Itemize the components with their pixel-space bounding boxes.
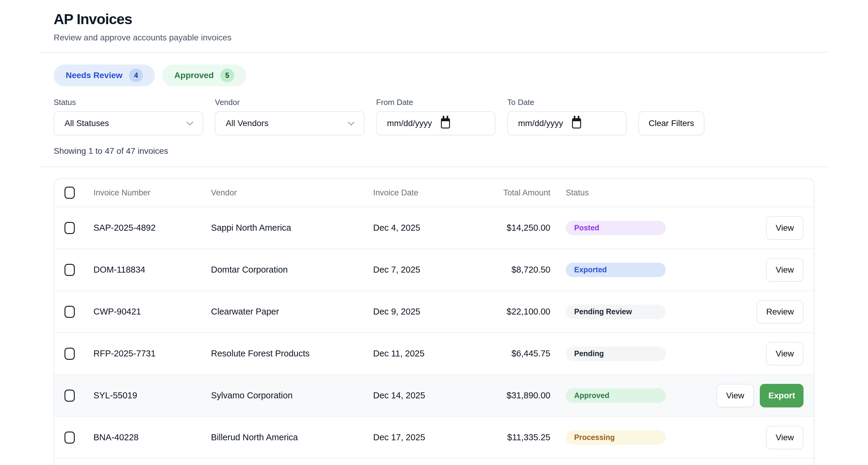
- table-row: SYL-55019 Sylvamo Corporation Dec 14, 20…: [54, 374, 814, 416]
- status-select-value: All Statuses: [64, 118, 109, 128]
- tab-needs-review-label: Needs Review: [66, 70, 122, 80]
- chevron-down-icon: [348, 119, 355, 126]
- row-checkbox[interactable]: [64, 432, 75, 444]
- row-actions: View: [716, 342, 814, 366]
- vendor-cell: Sylvamo Corporation: [211, 390, 373, 401]
- tab-approved-label: Approved: [174, 70, 214, 80]
- header-invoice-number: Invoice Number: [93, 188, 211, 198]
- vendor-filter-group: Vendor All Vendors: [215, 98, 364, 136]
- status-badge: Posted: [566, 221, 666, 235]
- tab-approved[interactable]: Approved 5: [162, 64, 246, 86]
- from-date-label: From Date: [376, 98, 495, 107]
- invoice-number-cell: RFP-2025-7731: [93, 349, 211, 358]
- to-date-filter-group: To Date mm/dd/yyyy: [507, 98, 627, 136]
- vendor-cell: Domtar Corporation: [211, 265, 373, 275]
- invoice-date-cell: Dec 9, 2025: [373, 307, 490, 317]
- row-checkbox[interactable]: [64, 222, 75, 234]
- tab-needs-review[interactable]: Needs Review 4: [54, 64, 155, 86]
- invoice-date-cell: Dec 17, 2025: [373, 432, 490, 442]
- from-date-input[interactable]: mm/dd/yyyy: [376, 111, 495, 136]
- row-actions: View: [716, 216, 814, 240]
- invoice-date-cell: Dec 7, 2025: [373, 265, 490, 275]
- header-total-amount: Total Amount: [490, 188, 550, 198]
- row-actions: ViewExport: [716, 384, 814, 407]
- vendor-cell: Sappi North America: [211, 223, 373, 233]
- to-date-placeholder: mm/dd/yyyy: [518, 118, 563, 128]
- invoice-table: Invoice Number Vendor Invoice Date Total…: [54, 178, 814, 465]
- header-vendor: Vendor: [211, 188, 373, 198]
- invoice-date-cell: Dec 11, 2025: [373, 349, 490, 358]
- table-row: View: [54, 458, 814, 465]
- table-row: SAP-2025-4892 Sappi North America Dec 4,…: [54, 207, 814, 249]
- status-filter-label: Status: [54, 98, 203, 107]
- view-button[interactable]: View: [766, 426, 804, 449]
- total-amount-cell: $22,100.00: [490, 307, 550, 317]
- status-badge: Approved: [566, 388, 666, 403]
- invoice-number-cell: BNA-40228: [93, 432, 211, 442]
- invoice-number-cell: DOM-118834: [93, 265, 211, 275]
- table-row: BNA-40228 Billerud North America Dec 17,…: [54, 416, 814, 458]
- row-checkbox[interactable]: [64, 348, 75, 360]
- row-checkbox[interactable]: [64, 264, 75, 276]
- row-actions: View: [716, 426, 814, 449]
- page-title: AP Invoices: [54, 11, 814, 27]
- table-row: DOM-118834 Domtar Corporation Dec 7, 202…: [54, 249, 814, 290]
- from-date-filter-group: From Date mm/dd/yyyy: [376, 98, 495, 136]
- page-subtitle: Review and approve accounts payable invo…: [54, 33, 814, 42]
- view-button[interactable]: View: [766, 258, 804, 282]
- status-select[interactable]: All Statuses: [54, 111, 203, 136]
- status-badge: Exported: [566, 263, 666, 277]
- from-date-placeholder: mm/dd/yyyy: [387, 118, 432, 128]
- total-amount-cell: $14,250.00: [490, 223, 550, 233]
- vendor-select-value: All Vendors: [226, 118, 269, 128]
- table-header-row: Invoice Number Vendor Invoice Date Total…: [54, 179, 814, 207]
- row-actions: View: [716, 258, 814, 282]
- status-filter-group: Status All Statuses: [54, 98, 203, 136]
- vendor-filter-label: Vendor: [215, 98, 364, 107]
- status-badge: Processing: [566, 430, 666, 445]
- tab-needs-review-count-badge: 4: [129, 68, 143, 82]
- vendor-cell: Clearwater Paper: [211, 307, 373, 317]
- row-actions: Review: [716, 300, 814, 324]
- header-status: Status: [566, 188, 716, 198]
- vendor-cell: Billerud North America: [211, 432, 373, 442]
- row-checkbox[interactable]: [64, 389, 75, 402]
- chevron-down-icon: [187, 119, 193, 126]
- table-row: CWP-90421 Clearwater Paper Dec 9, 2025 $…: [54, 290, 814, 332]
- invoice-number-cell: SYL-55019: [93, 390, 211, 401]
- row-checkbox[interactable]: [64, 306, 75, 318]
- view-button[interactable]: View: [766, 342, 804, 366]
- to-date-label: To Date: [507, 98, 627, 107]
- vendor-select[interactable]: All Vendors: [215, 111, 364, 136]
- review-button[interactable]: Review: [756, 300, 804, 324]
- filter-bar: Status All Statuses Vendor All Vendors F…: [54, 98, 814, 136]
- status-badge: Pending Review: [566, 304, 666, 319]
- invoice-date-cell: Dec 4, 2025: [373, 223, 490, 233]
- total-amount-cell: $31,890.00: [490, 390, 550, 401]
- results-summary: Showing 1 to 47 of 47 invoices: [54, 146, 814, 156]
- page: AP Invoices Review and approve accounts …: [39, 0, 829, 465]
- header-divider: [39, 52, 829, 53]
- tab-bar: Needs Review 4 Approved 5: [54, 64, 814, 86]
- status-badge: Pending: [566, 347, 666, 361]
- calendar-icon[interactable]: [572, 118, 581, 128]
- invoice-number-cell: SAP-2025-4892: [93, 223, 211, 233]
- page-header: AP Invoices Review and approve accounts …: [39, 0, 829, 42]
- view-button[interactable]: View: [716, 384, 754, 407]
- invoice-table-body: SAP-2025-4892 Sappi North America Dec 4,…: [54, 207, 814, 465]
- tab-approved-count-badge: 5: [220, 68, 234, 82]
- clear-filters-button[interactable]: Clear Filters: [638, 111, 704, 136]
- section-divider: [39, 167, 829, 167]
- invoice-number-cell: CWP-90421: [93, 307, 211, 317]
- total-amount-cell: $8,720.50: [490, 265, 550, 275]
- header-invoice-date: Invoice Date: [373, 188, 490, 198]
- view-button[interactable]: View: [766, 216, 804, 240]
- table-row: RFP-2025-7731 Resolute Forest Products D…: [54, 332, 814, 374]
- vendor-cell: Resolute Forest Products: [211, 349, 373, 358]
- to-date-input[interactable]: mm/dd/yyyy: [507, 111, 627, 136]
- invoice-date-cell: Dec 14, 2025: [373, 390, 490, 401]
- calendar-icon[interactable]: [441, 118, 450, 128]
- total-amount-cell: $11,335.25: [490, 432, 550, 442]
- export-button[interactable]: Export: [760, 384, 804, 407]
- select-all-checkbox[interactable]: [64, 187, 75, 199]
